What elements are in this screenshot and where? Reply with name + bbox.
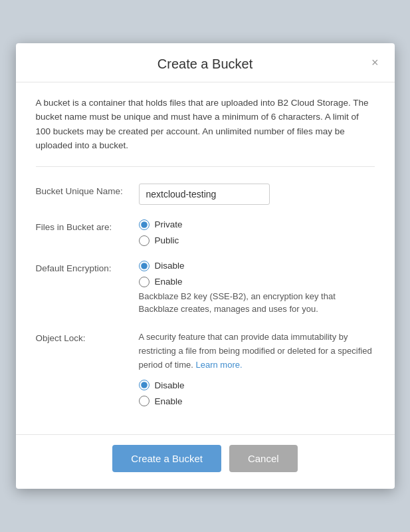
close-button[interactable]: × — [367, 55, 383, 70]
files-in-bucket-field: Files in Bucket are: Private Public — [36, 219, 375, 246]
bucket-name-input-wrapper — [139, 184, 375, 205]
object-lock-content: A security feature that can provide data… — [139, 331, 375, 406]
encryption-content: Disable Enable Backblaze B2 key (SSE-B2)… — [139, 261, 375, 316]
object-lock-label: Object Lock: — [36, 331, 139, 343]
object-lock-disable-label: Disable — [155, 380, 185, 390]
files-private-label: Private — [155, 219, 183, 229]
description-text: A bucket is a container that holds files… — [36, 96, 375, 167]
cancel-button[interactable]: Cancel — [229, 445, 298, 472]
modal-dialog: Create a Bucket × A bucket is a containe… — [16, 43, 395, 489]
files-public-label: Public — [155, 235, 179, 245]
modal-title: Create a Bucket — [36, 57, 375, 72]
encryption-disable-label: Disable — [155, 261, 185, 271]
object-lock-enable-option[interactable]: Enable — [139, 396, 375, 406]
files-public-option[interactable]: Public — [139, 235, 375, 246]
files-options-group: Private Public — [139, 219, 375, 246]
encryption-disable-option[interactable]: Disable — [139, 261, 375, 271]
object-lock-disable-option[interactable]: Disable — [139, 380, 375, 390]
encryption-enable-radio[interactable] — [139, 277, 150, 287]
object-lock-disable-radio[interactable] — [139, 380, 150, 390]
encryption-enable-option[interactable]: Enable — [139, 277, 375, 287]
encryption-radio-group: Disable Enable — [139, 261, 375, 287]
encryption-disable-radio[interactable] — [139, 261, 150, 271]
bucket-name-field: Bucket Unique Name: — [36, 184, 375, 205]
files-in-bucket-label: Files in Bucket are: — [36, 219, 139, 232]
files-public-radio[interactable] — [139, 235, 150, 246]
object-lock-field: Object Lock: A security feature that can… — [36, 331, 375, 406]
create-bucket-button[interactable]: Create a Bucket — [112, 445, 221, 472]
bucket-name-label: Bucket Unique Name: — [36, 184, 139, 196]
files-private-radio[interactable] — [139, 219, 150, 230]
files-private-option[interactable]: Private — [139, 219, 375, 230]
modal-overlay: Create a Bucket × A bucket is a containe… — [0, 0, 410, 532]
object-lock-enable-label: Enable — [155, 396, 183, 406]
modal-body: A bucket is a container that holds files… — [16, 82, 395, 435]
object-lock-enable-radio[interactable] — [139, 396, 150, 406]
encryption-field: Default Encryption: Disable Enable Backb… — [36, 261, 375, 316]
modal-footer: Create a Bucket Cancel — [16, 434, 395, 489]
bucket-name-input[interactable] — [139, 184, 270, 205]
encryption-note: Backblaze B2 key (SSE-B2), an encryption… — [139, 290, 375, 316]
modal-header: Create a Bucket × — [16, 43, 395, 82]
files-radio-group: Private Public — [139, 219, 375, 246]
object-lock-description: A security feature that can provide data… — [139, 331, 375, 372]
object-lock-radio-group: Disable Enable — [139, 380, 375, 406]
encryption-enable-label: Enable — [155, 277, 183, 287]
learn-more-link[interactable]: Learn more. — [196, 360, 243, 370]
encryption-label: Default Encryption: — [36, 261, 139, 273]
object-lock-desc-text: A security feature that can provide data… — [139, 332, 372, 370]
